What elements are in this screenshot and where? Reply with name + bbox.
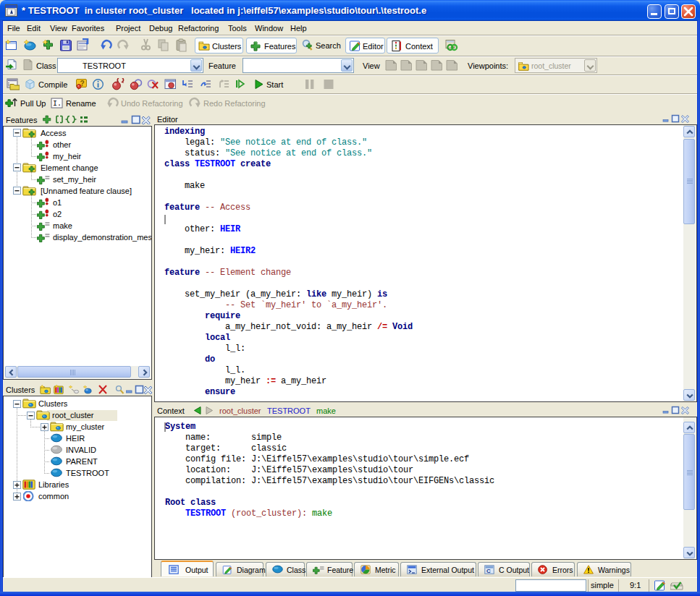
svg-text:I..: I.. xyxy=(53,100,63,108)
svg-text:C: C xyxy=(486,568,491,574)
